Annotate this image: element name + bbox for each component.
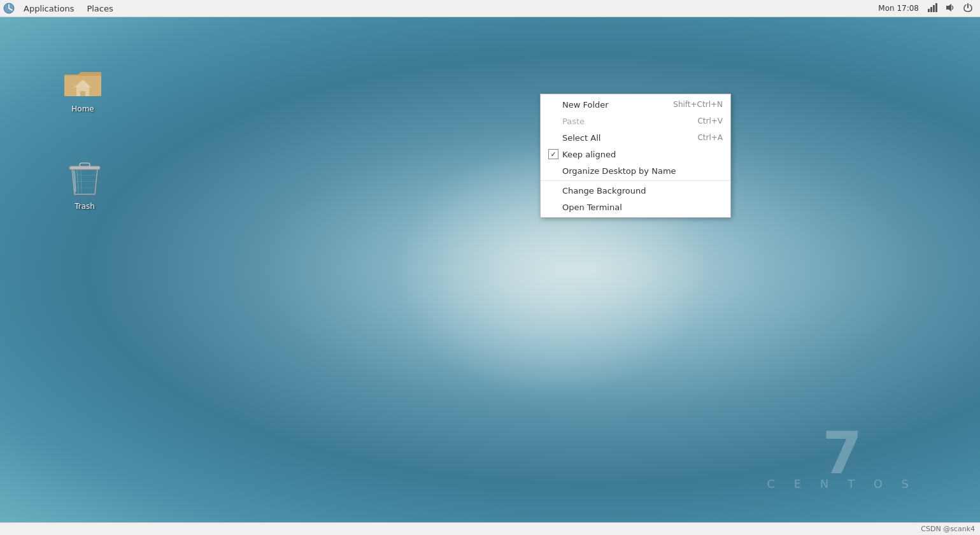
menu-item-select-all-shortcut: Ctrl+A [697,133,723,142]
bottom-right-text: CSDN @scank4 [921,525,975,533]
svg-rect-3 [933,5,935,12]
centos-number: 7 [767,425,916,482]
svg-rect-8 [80,91,85,96]
volume-icon[interactable] [943,3,957,15]
trash-label: Trash [75,202,95,211]
menu-item-change-background[interactable]: Change Background [541,182,730,199]
menu-divider [541,180,730,181]
menu-item-new-folder-shortcut: Shift+Ctrl+N [673,100,723,109]
top-panel: Applications Places Mon 17:08 [0,0,980,17]
keep-aligned-checkbox [548,149,558,159]
desktop[interactable]: Home Trash [0,17,980,522]
network-icon[interactable] [925,3,939,15]
centos-text: C E N T O S [767,477,916,490]
menu-item-open-terminal[interactable]: Open Terminal [541,199,730,215]
menu-item-new-folder-label: New Folder [562,100,660,110]
trash-icon[interactable]: Trash [56,156,113,214]
menu-item-keep-aligned-label: Keep aligned [562,150,710,159]
applications-menu[interactable]: Applications [17,0,80,17]
places-menu[interactable]: Places [80,0,119,17]
menu-item-paste: Paste Ctrl+V [541,113,730,129]
svg-line-11 [81,169,82,193]
home-folder-image [62,62,103,103]
panel-right: Mon 17:08 [876,0,980,17]
svg-rect-2 [930,7,932,12]
trash-image [64,159,105,200]
menu-item-select-all-label: Select All [562,133,685,143]
context-menu: New Folder Shift+Ctrl+N Paste Ctrl+V Sel… [540,94,731,218]
home-label: Home [71,104,94,113]
menu-item-organize-desktop-label: Organize Desktop by Name [562,166,710,176]
menu-item-open-terminal-label: Open Terminal [562,203,710,212]
svg-marker-5 [946,4,951,11]
menu-item-change-background-label: Change Background [562,186,710,196]
svg-rect-1 [928,9,930,12]
menu-item-organize-desktop[interactable]: Organize Desktop by Name [541,162,730,179]
home-folder-icon[interactable]: Home [54,59,111,117]
menu-item-keep-aligned[interactable]: Keep aligned [541,146,730,162]
menu-item-paste-label: Paste [562,117,685,126]
menu-item-new-folder[interactable]: New Folder Shift+Ctrl+N [541,96,730,113]
svg-line-10 [77,169,78,193]
menu-item-select-all[interactable]: Select All Ctrl+A [541,129,730,146]
bottom-panel: CSDN @scank4 [0,522,980,535]
menu-item-paste-shortcut: Ctrl+V [697,117,723,125]
app-icon [0,0,17,17]
svg-rect-4 [935,3,937,12]
panel-left: Applications Places [0,0,120,17]
time-display: Mon 17:08 [876,4,921,13]
centos-watermark: 7 C E N T O S [767,425,916,490]
power-icon[interactable] [961,3,975,15]
